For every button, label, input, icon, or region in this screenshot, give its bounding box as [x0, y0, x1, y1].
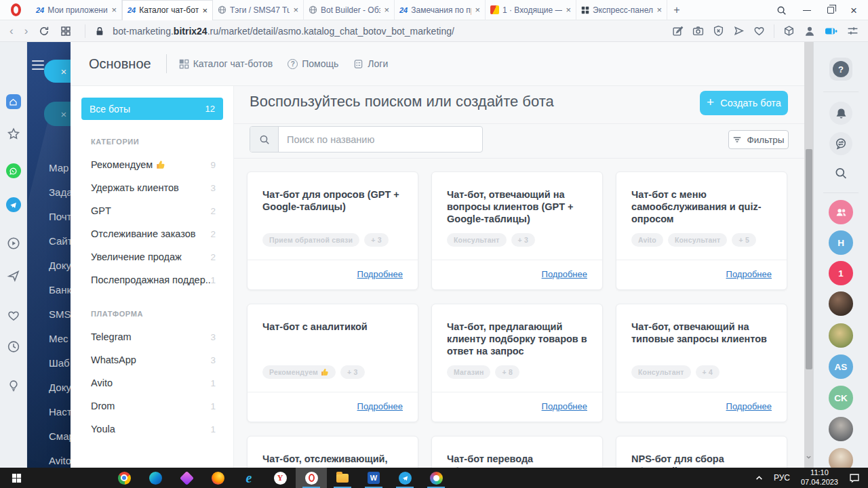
- tab-close-icon[interactable]: ×: [384, 5, 389, 14]
- reload-button[interactable]: [39, 26, 50, 37]
- rail-search-button[interactable]: [835, 167, 848, 180]
- category-recommended[interactable]: Рекомендуем 9: [91, 159, 216, 170]
- taskbar-yandex-browser[interactable]: Y: [264, 468, 296, 488]
- messenger-button[interactable]: [829, 132, 852, 155]
- forward-button[interactable]: ›: [24, 25, 28, 37]
- tab-close-icon[interactable]: ×: [475, 5, 480, 14]
- tab-sms47[interactable]: Тэги / SMS47 Tu ×: [213, 0, 304, 20]
- details-link[interactable]: Подробнее: [357, 269, 403, 279]
- tab-close-icon[interactable]: ×: [202, 6, 208, 15]
- tips-bulb-icon[interactable]: [7, 380, 20, 392]
- url-field[interactable]: bot-marketing.bitrix24.ru/market/detail/…: [95, 26, 672, 37]
- clock[interactable]: 11:10 07.04.2023: [801, 468, 838, 487]
- user-avatar[interactable]: Н: [829, 230, 853, 255]
- category-sales-increase[interactable]: Увеличение продаж 2: [91, 251, 216, 262]
- user-avatar-photo[interactable]: [829, 323, 853, 348]
- profile-icon[interactable]: [804, 25, 816, 37]
- restore-button[interactable]: [827, 7, 834, 14]
- minimize-button[interactable]: [803, 10, 811, 11]
- telegram-icon[interactable]: [6, 197, 21, 212]
- tab-my-apps[interactable]: 24 Мои приложени ×: [31, 0, 122, 20]
- new-tab-button[interactable]: +: [667, 0, 686, 20]
- user-avatar-photo[interactable]: [829, 448, 853, 468]
- tab-bot-catalog[interactable]: 24 Каталог чат-бото ×: [122, 0, 213, 20]
- bot-card[interactable]: Чат-бот, отвечающий на вопросы клиентов …: [431, 171, 603, 290]
- tab-search-icon[interactable]: [776, 5, 787, 16]
- sidebar-close-button[interactable]: ×: [44, 60, 71, 83]
- language-indicator[interactable]: РУС: [774, 473, 790, 483]
- start-button[interactable]: [0, 468, 33, 488]
- hamburger-menu-icon[interactable]: [32, 60, 44, 73]
- taskbar-app-gem[interactable]: [171, 468, 202, 488]
- user-avatar-photo[interactable]: [829, 417, 853, 441]
- user-avatar-photo[interactable]: [829, 291, 853, 316]
- platform-youla[interactable]: Youla 1: [91, 424, 216, 434]
- sidebar-close-button-secondary[interactable]: ×: [44, 102, 71, 126]
- platform-drom[interactable]: Drom 1: [91, 401, 216, 411]
- filter-all-bots[interactable]: Все боты 12: [81, 98, 223, 120]
- bitrix-nav-item[interactable]: Сайт: [49, 235, 71, 247]
- favorites-heart-icon[interactable]: [7, 309, 20, 322]
- bot-card[interactable]: Чат-бот, предлагающий клиенту подборку т…: [431, 304, 603, 422]
- bitrix-nav-item[interactable]: Мес: [49, 333, 71, 344]
- filters-button[interactable]: Фильтры: [728, 130, 789, 149]
- taskbar-word[interactable]: W: [358, 468, 389, 488]
- whatsapp-icon[interactable]: [6, 163, 21, 178]
- bot-card[interactable]: Чат-бот перевода обращения: [431, 436, 603, 468]
- taskbar-internet-explorer[interactable]: e: [233, 468, 264, 488]
- tab-notes[interactable]: 24 Замечания по пр ×: [395, 0, 486, 20]
- taskbar-telegram[interactable]: [389, 468, 420, 488]
- create-bot-button[interactable]: + Создать бота: [700, 91, 788, 115]
- history-clock-icon[interactable]: [7, 340, 20, 353]
- speed-dial-button[interactable]: [60, 26, 71, 37]
- search-input[interactable]: [279, 127, 482, 152]
- home-speeddial-icon[interactable]: [6, 94, 21, 109]
- bitrix-nav-item[interactable]: Смар: [49, 430, 71, 442]
- platform-whatsapp[interactable]: WhatsApp 3: [91, 354, 216, 365]
- help-button[interactable]: ?: [829, 58, 852, 81]
- bitrix-nav-item[interactable]: Шаб: [49, 357, 71, 369]
- my-flow-rail-icon[interactable]: [7, 269, 20, 283]
- notifications-button[interactable]: [829, 102, 852, 125]
- taskbar-firefox[interactable]: [202, 468, 233, 488]
- edit-page-icon[interactable]: [672, 25, 684, 37]
- employees-avatar[interactable]: [829, 200, 853, 224]
- back-button[interactable]: ‹: [9, 25, 14, 37]
- player-icon[interactable]: [7, 237, 20, 250]
- platform-avito[interactable]: Avito 1: [91, 378, 216, 388]
- taskbar-opera[interactable]: [296, 468, 327, 488]
- category-order-tracking[interactable]: Отслеживание заказов 2: [91, 228, 216, 239]
- bot-card[interactable]: Чат-бот с аналитикой Рекомендуем + 3 Под…: [247, 304, 418, 422]
- bitrix-nav-item[interactable]: Доку: [49, 260, 71, 271]
- user-avatar[interactable]: AS: [829, 354, 853, 379]
- category-retain-clients[interactable]: Удержать клиентов 3: [91, 182, 216, 193]
- bot-card[interactable]: NPS-бот для сбора обратной: [616, 436, 787, 468]
- details-link[interactable]: Подробнее: [542, 401, 587, 411]
- counter-badge[interactable]: 1: [829, 261, 853, 285]
- battery-saver-icon[interactable]: [825, 26, 838, 36]
- bot-card[interactable]: Чат-бот, отслеживающий, где: [247, 436, 418, 468]
- action-center-icon[interactable]: [849, 472, 860, 483]
- tab-logs[interactable]: Логи: [353, 58, 388, 69]
- bitrix-nav-item[interactable]: Мар: [49, 162, 71, 174]
- tab-close-icon[interactable]: ×: [656, 5, 662, 14]
- category-gpt[interactable]: GPT 2: [91, 205, 216, 216]
- adblock-shield-icon[interactable]: [713, 25, 724, 37]
- details-link[interactable]: Подробнее: [542, 269, 587, 279]
- tab-close-icon[interactable]: ×: [293, 5, 298, 14]
- bitrix-nav-item[interactable]: Зада: [49, 186, 71, 198]
- bitrix-nav-item[interactable]: Почт: [49, 211, 71, 222]
- bitrix-nav-item[interactable]: SMS4: [49, 308, 71, 320]
- bot-card[interactable]: Чат-бот, отвечающий на типовые запросы к…: [616, 304, 787, 422]
- window-close-button[interactable]: ×: [850, 5, 857, 16]
- bot-card[interactable]: Чат-бот с меню самообслуживания и quiz-о…: [616, 171, 787, 290]
- opera-menu-button[interactable]: [0, 0, 31, 20]
- taskbar-paint[interactable]: [420, 468, 452, 488]
- bot-card[interactable]: Чат-бот для опросов (GPT + Google-таблиц…: [247, 171, 418, 290]
- content-scrollbar[interactable]: [804, 42, 813, 468]
- details-link[interactable]: Подробнее: [726, 401, 772, 411]
- easy-setup-sliders-icon[interactable]: [847, 25, 859, 37]
- bookmark-heart-icon[interactable]: [753, 25, 765, 37]
- bitrix-nav-item[interactable]: Avito: [49, 455, 71, 466]
- platform-telegram[interactable]: Telegram 3: [91, 331, 216, 342]
